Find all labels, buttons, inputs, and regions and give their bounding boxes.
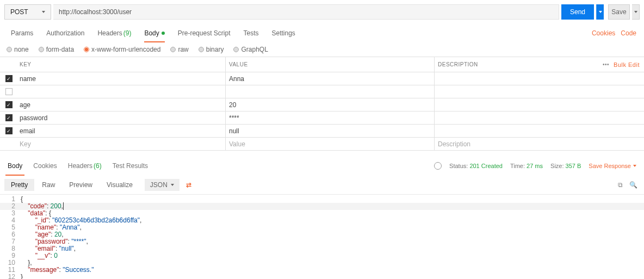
- desc-cell[interactable]: [434, 98, 597, 111]
- value-cell[interactable]: Anna: [225, 72, 434, 85]
- save-button[interactable]: Save: [608, 4, 630, 20]
- value-cell[interactable]: [225, 85, 434, 98]
- column-key: KEY: [17, 61, 225, 67]
- value-cell[interactable]: 20: [225, 98, 434, 111]
- copy-icon[interactable]: ⧉: [618, 181, 623, 189]
- key-cell[interactable]: age: [17, 101, 225, 109]
- desc-cell[interactable]: [434, 111, 597, 124]
- row-checkbox[interactable]: ✓: [5, 75, 13, 82]
- status-value: 201 Created: [469, 163, 503, 169]
- unsaved-dot-icon: [162, 32, 165, 35]
- body-type-graphql[interactable]: GraphQL: [233, 46, 268, 53]
- cookies-link[interactable]: Cookies: [592, 29, 615, 37]
- body-type-raw[interactable]: raw: [170, 46, 188, 53]
- send-button[interactable]: Send: [561, 4, 594, 20]
- column-value: VALUE: [225, 57, 434, 72]
- key-cell[interactable]: password: [17, 114, 225, 122]
- row-checkbox[interactable]: ✓: [5, 101, 13, 108]
- table-row: ✓ password ****: [0, 111, 644, 125]
- key-placeholder[interactable]: Key: [17, 140, 225, 148]
- view-raw[interactable]: Raw: [35, 179, 61, 191]
- desc-placeholder[interactable]: Description: [434, 138, 597, 150]
- view-preview[interactable]: Preview: [63, 179, 99, 191]
- more-icon[interactable]: •••: [603, 61, 609, 67]
- column-description: DESCRIPTION: [434, 57, 597, 72]
- response-tab-headers[interactable]: Headers(6): [63, 156, 107, 176]
- bulk-edit-link[interactable]: Bulk Edit: [614, 61, 640, 68]
- response-tab-body[interactable]: Body: [2, 156, 28, 176]
- table-row: ✓ email null: [0, 125, 644, 138]
- size-label: Size:: [550, 163, 564, 169]
- desc-cell[interactable]: [434, 125, 597, 137]
- save-response-button[interactable]: Save Response: [589, 163, 636, 169]
- table-row: ✓ age 20: [0, 98, 644, 111]
- value-placeholder[interactable]: Value: [225, 138, 434, 150]
- chevron-down-icon: [42, 11, 45, 13]
- wrap-icon[interactable]: ⇄: [186, 181, 191, 189]
- tab-authorization[interactable]: Authorization: [40, 24, 91, 42]
- response-body[interactable]: 1{2 "code": 200,3 "data": {4 "_id": "602…: [0, 195, 644, 279]
- search-icon[interactable]: 🔍: [629, 181, 637, 189]
- tab-headers[interactable]: Headers(9): [91, 24, 138, 42]
- globe-icon[interactable]: [434, 162, 442, 170]
- save-options-button[interactable]: [632, 4, 640, 20]
- tab-prerequest[interactable]: Pre-request Script: [171, 24, 237, 42]
- table-row: ✓ name Anna: [0, 72, 644, 85]
- url-input[interactable]: http://localhost:3000/user: [53, 4, 559, 20]
- method-label: POST: [10, 8, 28, 16]
- body-type-none[interactable]: none: [7, 46, 29, 53]
- send-options-button[interactable]: [596, 4, 604, 20]
- view-pretty[interactable]: Pretty: [4, 179, 34, 191]
- format-select[interactable]: JSON: [145, 179, 179, 191]
- tab-tests[interactable]: Tests: [237, 24, 265, 42]
- status-label: Status:: [449, 163, 468, 169]
- value-cell[interactable]: ****: [225, 111, 434, 124]
- http-method-select[interactable]: POST: [4, 4, 51, 20]
- tab-settings[interactable]: Settings: [265, 24, 302, 42]
- time-label: Time:: [510, 163, 525, 169]
- body-type-binary[interactable]: binary: [199, 46, 224, 53]
- response-tab-cookies[interactable]: Cookies: [28, 156, 62, 176]
- code-link[interactable]: Code: [621, 29, 636, 37]
- size-value: 357 B: [566, 163, 581, 169]
- desc-cell[interactable]: [434, 72, 597, 85]
- key-cell[interactable]: name: [17, 75, 225, 83]
- time-value: 27 ms: [527, 163, 543, 169]
- row-checkbox[interactable]: ✓: [5, 114, 13, 121]
- view-visualize[interactable]: Visualize: [100, 179, 139, 191]
- response-tab-testresults[interactable]: Test Results: [107, 156, 153, 176]
- desc-cell[interactable]: [434, 85, 597, 98]
- key-cell[interactable]: email: [17, 127, 225, 135]
- body-type-formdata[interactable]: form-data: [39, 46, 74, 53]
- row-checkbox[interactable]: [5, 88, 13, 95]
- table-row-new[interactable]: Key Value Description: [0, 138, 644, 151]
- row-checkbox[interactable]: ✓: [5, 127, 13, 134]
- tab-params[interactable]: Params: [4, 24, 40, 42]
- table-row: [0, 85, 644, 98]
- body-type-urlencoded[interactable]: x-www-form-urlencoded: [84, 46, 160, 53]
- tab-body[interactable]: Body: [138, 24, 171, 42]
- value-cell[interactable]: null: [225, 125, 434, 137]
